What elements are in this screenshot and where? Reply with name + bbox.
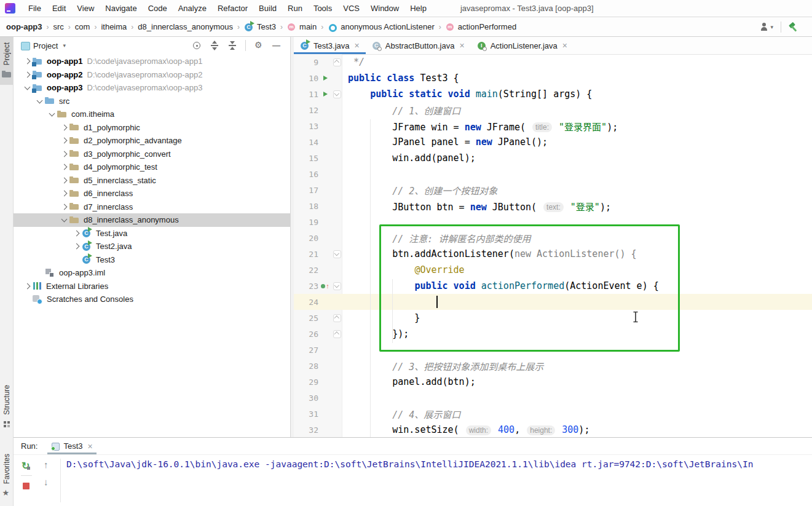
chevron-right-icon[interactable] xyxy=(61,164,68,170)
code-line-29[interactable]: 29 panel.add(btn); xyxy=(294,374,812,390)
up-button[interactable] xyxy=(42,459,52,470)
down-button[interactable] xyxy=(42,476,52,487)
close-icon[interactable]: × xyxy=(355,41,360,50)
run-tab-test3[interactable]: Test3× xyxy=(46,438,97,454)
fold-marker-icon[interactable] xyxy=(333,58,341,66)
close-icon[interactable]: × xyxy=(459,41,464,50)
tree-row-oop-app3[interactable]: oop-app3D:\code\javasepromax\oop-app3 xyxy=(14,81,290,95)
tree-row-external-libraries[interactable]: External Libraries xyxy=(14,280,290,293)
fold-marker-icon[interactable] xyxy=(333,90,341,98)
build-hammer-button[interactable] xyxy=(789,22,798,32)
code-line-28[interactable]: 28 // 3、把按钮对象添加到桌布上展示 xyxy=(294,358,812,374)
code-line-16[interactable]: 16 xyxy=(294,166,812,182)
stripe-tab-favorites[interactable]: Favorites xyxy=(2,448,12,504)
tree-row-d4-polymorphic-test[interactable]: d4_polymorphic_test xyxy=(14,160,290,174)
code-line-12[interactable]: 12 // 1、创建窗口 xyxy=(294,102,812,118)
breadcrumb-item-src[interactable]: src xyxy=(53,22,64,31)
override-marker-icon[interactable] xyxy=(321,284,325,288)
menu-item-analyze[interactable]: Analyze xyxy=(173,4,212,13)
close-icon[interactable]: × xyxy=(88,441,93,451)
menu-item-tools[interactable]: Tools xyxy=(308,4,337,13)
menu-item-file[interactable]: File xyxy=(23,4,47,13)
breadcrumb-item-com[interactable]: com xyxy=(75,22,90,31)
editor-tab-actionlistener-java[interactable]: ActionListener.java× xyxy=(471,37,574,54)
rerun-button[interactable] xyxy=(22,460,31,471)
tree-row-d3-polymorphic-convert[interactable]: d3_polymorphic_convert xyxy=(14,148,290,161)
stop-button[interactable] xyxy=(22,480,31,491)
chevron-right-icon[interactable] xyxy=(61,177,68,183)
tree-row-scratches-and-consoles[interactable]: Scratches and Consoles xyxy=(14,293,290,306)
chevron-right-icon[interactable] xyxy=(61,191,68,197)
tree-row-com-itheima[interactable]: com.itheima xyxy=(14,108,290,121)
chevron-right-icon[interactable] xyxy=(61,124,68,130)
user-button[interactable]: ▾ xyxy=(759,22,773,32)
tree-row-oop-app2[interactable]: oop-app2D:\code\javasepromax\oop-app2 xyxy=(14,68,290,82)
code-line-32[interactable]: 32 win.setSize( width: 400, height: 300)… xyxy=(294,422,812,437)
project-panel-title[interactable]: Project xyxy=(33,41,58,50)
stripe-tab-structure[interactable]: Structure xyxy=(2,379,12,435)
stripe-tab-project[interactable]: Project xyxy=(0,37,13,85)
chevron-down-icon[interactable] xyxy=(49,111,55,117)
breadcrumb-item-oop-app3[interactable]: oop-app3 xyxy=(6,22,42,31)
tree-row-d5-innerclass-static[interactable]: d5_innerclass_static xyxy=(14,174,290,188)
code-line-11[interactable]: 11 public static void main(String[] args… xyxy=(294,86,812,102)
hide-button[interactable] xyxy=(272,41,282,51)
fold-marker-icon[interactable] xyxy=(333,282,341,290)
chevron-right-icon[interactable] xyxy=(74,243,80,250)
chevron-right-icon[interactable] xyxy=(61,204,68,210)
code-line-30[interactable]: 30 xyxy=(294,390,812,406)
tree-row-d6-innerclass[interactable]: d6_innerclass xyxy=(14,187,290,200)
chevron-right-icon[interactable] xyxy=(61,151,68,157)
menu-item-navigate[interactable]: Navigate xyxy=(100,4,142,13)
fold-marker-icon[interactable] xyxy=(333,330,341,338)
menu-item-window[interactable]: Window xyxy=(365,4,404,13)
chevron-right-icon[interactable] xyxy=(25,58,31,65)
collapse-all-button[interactable] xyxy=(227,41,237,51)
code-line-15[interactable]: 15 win.add(panel); xyxy=(294,150,812,166)
chevron-right-icon[interactable] xyxy=(25,283,31,289)
menu-item-refactor[interactable]: Refactor xyxy=(212,4,253,13)
menu-item-help[interactable]: Help xyxy=(404,4,432,13)
fold-marker-icon[interactable] xyxy=(333,250,341,258)
menu-item-build[interactable]: Build xyxy=(253,4,282,13)
tree-row-test-java[interactable]: Test.java xyxy=(14,227,290,240)
tree-row-d2-polymorphic-advantage[interactable]: d2_polymorphic_advantage xyxy=(14,134,290,148)
menu-item-view[interactable]: View xyxy=(71,4,100,13)
chevron-right-icon[interactable] xyxy=(74,230,80,236)
breadcrumb-item-anonymous-actionlistener[interactable]: anonymous ActionListener xyxy=(328,22,434,32)
menu-item-run[interactable]: Run xyxy=(282,4,308,13)
tree-row-test2-java[interactable]: Test2.java xyxy=(14,240,290,253)
tree-row-oop-app3-iml[interactable]: oop-app3.iml xyxy=(14,266,290,280)
menu-item-vcs[interactable]: VCS xyxy=(337,4,365,13)
run-arrow-icon[interactable] xyxy=(323,92,328,97)
chevron-right-icon[interactable] xyxy=(61,138,68,144)
tree-row-d1-polymorphic[interactable]: d1_polymorphic xyxy=(14,121,290,135)
breadcrumb-item-actionperformed[interactable]: actionPerformed xyxy=(446,22,516,32)
code-line-17[interactable]: 17 // 2、创建一个按钮对象 xyxy=(294,182,812,198)
tree-row-d7-innerclass[interactable]: d7_innerclass xyxy=(14,200,290,214)
settings-button[interactable] xyxy=(254,41,264,51)
tree-row-test3[interactable]: Test3 xyxy=(14,253,290,267)
expand-all-button[interactable] xyxy=(210,41,219,51)
breadcrumb-item-test3[interactable]: Test3 xyxy=(244,22,276,32)
tree-row-d8-innerclass-anonymous[interactable]: d8_innerclass_anonymous xyxy=(14,213,290,227)
menu-item-edit[interactable]: Edit xyxy=(47,4,71,13)
breadcrumb-item-d8-innerclass-anonymous[interactable]: d8_innerclass_anonymous xyxy=(138,22,233,31)
chevron-down-icon[interactable] xyxy=(37,97,43,103)
menu-item-code[interactable]: Code xyxy=(143,4,173,13)
code-line-10[interactable]: 10public class Test3 { xyxy=(294,70,812,86)
code-line-31[interactable]: 31 // 4、展示窗口 xyxy=(294,406,812,422)
tree-row-oop-app1[interactable]: oop-app1D:\code\javasepromax\oop-app1 xyxy=(14,55,290,68)
run-arrow-icon[interactable] xyxy=(323,76,328,81)
chevron-right-icon[interactable] xyxy=(25,71,31,77)
chevron-down-icon[interactable] xyxy=(25,84,31,90)
code-line-13[interactable]: 13 JFrame win = new JFrame( title: "登录界面… xyxy=(294,118,812,134)
console-output[interactable]: D:\soft\Java\jdk-16.0.1\bin\java.exe -ja… xyxy=(66,459,812,469)
code-line-18[interactable]: 18 JButton btn = new JButton( text: "登录"… xyxy=(294,198,812,214)
editor-tab-abstractbutton-java[interactable]: AbstractButton.java× xyxy=(366,37,471,54)
code-line-14[interactable]: 14 JPanel panel = new JPanel(); xyxy=(294,134,812,150)
chevron-down-icon[interactable]: ▾ xyxy=(63,42,66,49)
tree-row-src[interactable]: src xyxy=(14,95,290,108)
fold-marker-icon[interactable] xyxy=(333,314,341,322)
code-line-9[interactable]: 9 */ xyxy=(294,54,812,70)
